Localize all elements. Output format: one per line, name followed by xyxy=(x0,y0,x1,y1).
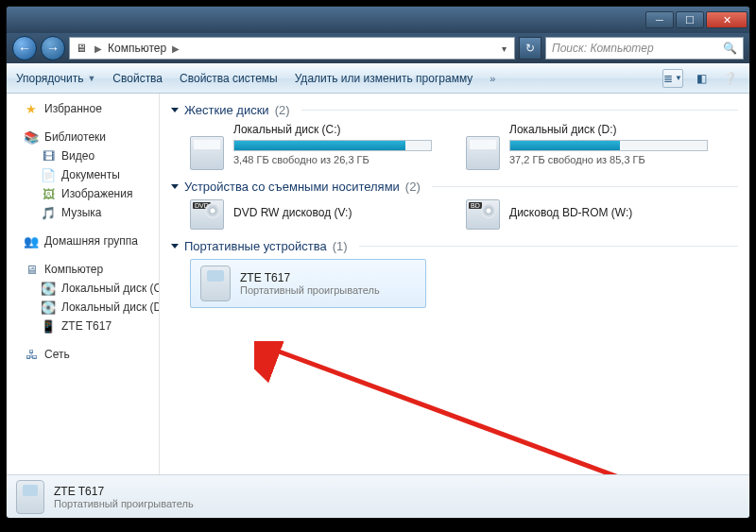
view-options-button[interactable]: ≣ ▼ xyxy=(662,69,683,88)
close-button[interactable]: ✕ xyxy=(706,11,747,28)
preview-pane-button[interactable]: ◧ xyxy=(691,69,712,88)
category-header[interactable]: Портативные устройства (1) xyxy=(171,237,738,259)
sidebar-item-network[interactable]: 🖧 Сеть xyxy=(7,345,159,364)
homegroup-icon: 👥 xyxy=(24,233,39,249)
network-icon: 🖧 xyxy=(24,347,39,362)
device-title: ZTE T617 xyxy=(240,271,380,284)
hard-drive-icon xyxy=(466,136,500,170)
minimize-button[interactable]: ─ xyxy=(645,11,674,28)
computer-icon: 🖥 xyxy=(74,41,89,56)
capacity-bar xyxy=(233,140,432,151)
drive-label: Локальный диск (D:) xyxy=(509,123,708,136)
system-properties-button[interactable]: Свойства системы xyxy=(180,72,278,85)
help-button[interactable]: ❔ xyxy=(719,69,740,88)
maximize-button[interactable]: ☐ xyxy=(676,11,704,28)
svg-line-1 xyxy=(271,349,736,474)
status-subtitle: Портативный проигрыватель xyxy=(54,498,194,509)
organize-menu[interactable]: Упорядочить ▼ xyxy=(16,72,95,85)
explorer-window: ─ ☐ ✕ ← → 🖥 ▶ Компьютер ▶ ▾ ↻ Поиск: Ком… xyxy=(6,6,750,519)
libraries-icon: 📚 xyxy=(24,129,39,145)
sidebar-item-images[interactable]: 🖼 Изображения xyxy=(7,184,159,203)
device-icon: 📱 xyxy=(41,318,56,334)
drive-free-text: 37,2 ГБ свободно из 85,3 ГБ xyxy=(509,154,708,165)
sidebar-item-local-d[interactable]: 💽 Локальный диск (D xyxy=(7,298,159,317)
music-icon: 🎵 xyxy=(41,205,56,220)
portable-device-icon xyxy=(200,266,231,301)
star-icon: ★ xyxy=(24,101,39,116)
drive-free-text: 3,48 ГБ свободно из 26,3 ГБ xyxy=(233,154,432,165)
collapse-icon xyxy=(171,244,179,249)
chevron-down-icon: ▼ xyxy=(87,74,95,83)
optical-drive-icon: BD xyxy=(466,199,500,230)
category-removable: Устройства со съемными носителями (2) DV… xyxy=(171,178,738,230)
details-pane: ZTE T617 Портативный проигрыватель xyxy=(7,474,749,518)
chevron-right-icon: ▶ xyxy=(94,43,102,54)
drive-label: DVD RW дисковод (V:) xyxy=(233,206,352,219)
sidebar-item-documents[interactable]: 📄 Документы xyxy=(7,165,159,184)
breadcrumb-item[interactable]: Компьютер xyxy=(108,42,166,55)
category-header[interactable]: Жесткие диски (2) xyxy=(171,101,738,123)
search-icon: 🔍 xyxy=(723,42,737,55)
command-bar: Упорядочить ▼ Свойства Свойства системы … xyxy=(7,63,749,94)
sidebar-item-music[interactable]: 🎵 Музыка xyxy=(7,203,159,222)
refresh-button[interactable]: ↻ xyxy=(519,37,541,60)
device-subtitle: Портативный проигрыватель xyxy=(240,284,380,296)
drive-icon: 💽 xyxy=(41,281,56,296)
nav-forward-button[interactable]: → xyxy=(41,36,65,60)
sidebar-item-local-c[interactable]: 💽 Локальный диск (C xyxy=(7,279,159,298)
search-placeholder: Поиск: Компьютер xyxy=(552,42,654,55)
sidebar-item-favorites[interactable]: ★ Избранное xyxy=(7,99,159,118)
properties-button[interactable]: Свойства xyxy=(112,72,163,85)
optical-drive-icon: DVD xyxy=(190,199,224,230)
hard-drive-icon xyxy=(190,136,224,170)
sidebar-item-libraries[interactable]: 📚 Библиотеки xyxy=(7,128,159,146)
collapse-icon xyxy=(171,184,179,189)
drive-c[interactable]: Локальный диск (C:) 3,48 ГБ свободно из … xyxy=(190,123,436,170)
titlebar: ─ ☐ ✕ xyxy=(7,7,749,33)
capacity-bar xyxy=(509,140,708,151)
sidebar-item-homegroup[interactable]: 👥 Домашняя группа xyxy=(7,232,159,250)
category-portable: Портативные устройства (1) ZTE T617 Порт… xyxy=(171,237,738,308)
sidebar-item-zte[interactable]: 📱 ZTE T617 xyxy=(7,317,159,335)
portable-device-selected[interactable]: ZTE T617 Портативный проигрыватель xyxy=(190,259,426,308)
image-icon: 🖼 xyxy=(41,186,56,201)
drive-label: Локальный диск (C:) xyxy=(233,123,432,136)
main-pane: Жесткие диски (2) Локальный диск (C:) 3,… xyxy=(160,94,749,474)
nav-back-button[interactable]: ← xyxy=(12,36,37,60)
overflow-chevron[interactable]: » xyxy=(490,73,495,84)
video-icon: 🎞 xyxy=(41,148,56,163)
drive-icon: 💽 xyxy=(41,300,56,315)
nav-row: ← → 🖥 ▶ Компьютер ▶ ▾ ↻ Поиск: Компьютер… xyxy=(7,33,749,63)
annotation-arrow xyxy=(254,341,746,474)
search-input[interactable]: Поиск: Компьютер 🔍 xyxy=(545,37,744,60)
computer-icon: 🖥 xyxy=(24,262,39,277)
breadcrumb[interactable]: 🖥 ▶ Компьютер ▶ ▾ xyxy=(69,37,515,60)
category-header[interactable]: Устройства со съемными носителями (2) xyxy=(171,178,738,199)
chevron-right-icon: ▶ xyxy=(172,43,180,54)
drive-dvd[interactable]: DVD DVD RW дисковод (V:) xyxy=(190,199,436,230)
drive-bd[interactable]: BD Дисковод BD-ROM (W:) xyxy=(466,199,712,230)
sidebar-item-computer[interactable]: 🖥 Компьютер xyxy=(7,260,159,279)
drive-label: Дисковод BD-ROM (W:) xyxy=(509,206,632,219)
collapse-icon xyxy=(171,108,179,112)
breadcrumb-dropdown[interactable]: ▾ xyxy=(498,43,510,54)
nav-tree: ★ Избранное 📚 Библиотеки 🎞 Видео 📄 xyxy=(7,94,160,474)
uninstall-program-button[interactable]: Удалить или изменить программу xyxy=(295,72,473,85)
drive-d[interactable]: Локальный диск (D:) 37,2 ГБ свободно из … xyxy=(466,123,712,170)
content-area: ★ Избранное 📚 Библиотеки 🎞 Видео 📄 xyxy=(7,94,749,474)
sidebar-item-video[interactable]: 🎞 Видео xyxy=(7,146,159,165)
status-title: ZTE T617 xyxy=(54,485,194,498)
document-icon: 📄 xyxy=(41,167,56,182)
category-hard-drives: Жесткие диски (2) Локальный диск (C:) 3,… xyxy=(171,101,738,170)
portable-device-icon xyxy=(16,480,44,514)
